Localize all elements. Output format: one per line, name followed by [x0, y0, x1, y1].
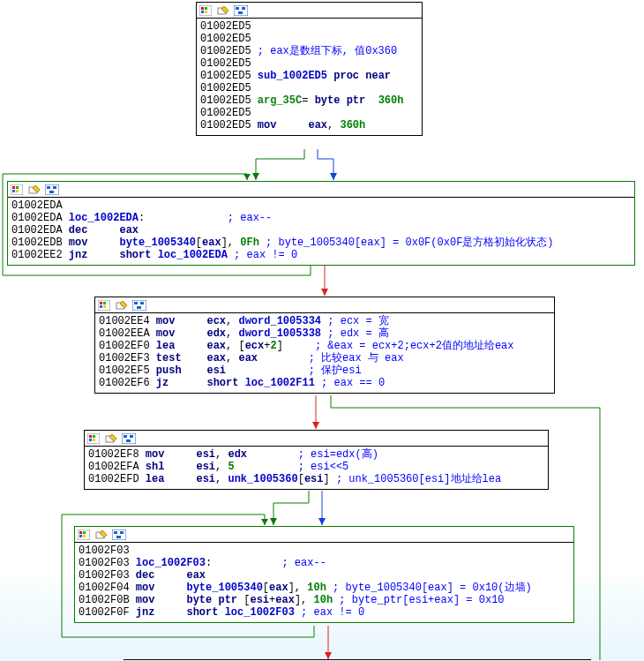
- edit-icon[interactable]: [115, 299, 129, 312]
- svg-rect-18: [53, 186, 56, 189]
- edit-icon[interactable]: [27, 184, 41, 196]
- svg-rect-7: [236, 7, 239, 10]
- edit-icon[interactable]: [104, 432, 118, 445]
- svg-rect-37: [124, 435, 127, 438]
- svg-marker-50: [252, 173, 259, 180]
- node-sub-1002ED5[interactable]: 01002ED501002ED501002ED5 ; eax是数组下标, 值0x…: [196, 2, 423, 136]
- svg-rect-1: [201, 7, 204, 10]
- node-01002EF8[interactable]: 01002EF8 mov esi, edx ; esi=edx(高)01002E…: [84, 430, 549, 490]
- svg-rect-38: [130, 435, 133, 438]
- svg-marker-52: [321, 289, 328, 296]
- node-content: 01002EDA01002EDA loc_1002EDA: ; eax--010…: [8, 198, 634, 265]
- svg-rect-42: [83, 531, 86, 534]
- node-loc-1002EDA[interactable]: 01002EDA01002EDA loc_1002EDA: ; eax--010…: [7, 181, 635, 266]
- group-icon[interactable]: [132, 299, 146, 312]
- svg-rect-16: [45, 184, 59, 195]
- edit-icon[interactable]: [94, 529, 109, 541]
- node-titlebar[interactable]: [8, 182, 634, 198]
- node-titlebar[interactable]: [197, 3, 422, 19]
- node-titlebar[interactable]: [75, 527, 573, 543]
- node-loc-1002F03[interactable]: 01002F0301002F03 loc_1002F03: ; eax--010…: [74, 526, 574, 623]
- svg-rect-29: [137, 306, 141, 309]
- svg-rect-8: [242, 7, 245, 10]
- svg-marker-54: [312, 422, 319, 429]
- node-titlebar[interactable]: [95, 297, 554, 313]
- svg-rect-6: [234, 5, 248, 16]
- svg-rect-4: [205, 11, 207, 13]
- svg-rect-43: [79, 535, 82, 537]
- svg-rect-41: [79, 531, 82, 534]
- svg-rect-11: [12, 186, 15, 189]
- node-titlebar[interactable]: [85, 431, 548, 447]
- svg-rect-48: [120, 531, 124, 534]
- palette-icon[interactable]: [198, 4, 213, 17]
- palette-icon[interactable]: [97, 299, 111, 312]
- svg-rect-22: [103, 302, 106, 304]
- group-icon[interactable]: [122, 432, 136, 445]
- svg-rect-13: [12, 190, 15, 192]
- svg-marker-53: [243, 174, 251, 180]
- svg-rect-49: [116, 536, 121, 538]
- node-content: 01002F0301002F03 loc_1002F03: ; eax--010…: [75, 543, 573, 622]
- svg-rect-44: [83, 535, 86, 537]
- svg-rect-3: [201, 11, 204, 13]
- svg-rect-33: [89, 439, 92, 441]
- svg-rect-39: [126, 439, 131, 442]
- group-icon[interactable]: [234, 4, 248, 17]
- svg-rect-9: [238, 11, 243, 14]
- svg-marker-55: [318, 518, 326, 525]
- svg-rect-19: [49, 191, 54, 193]
- group-icon[interactable]: [112, 529, 126, 541]
- palette-icon[interactable]: [77, 529, 91, 541]
- svg-rect-28: [140, 302, 144, 304]
- svg-rect-26: [132, 300, 146, 311]
- palette-icon[interactable]: [10, 184, 24, 196]
- svg-rect-46: [112, 530, 126, 540]
- node-01002EE4[interactable]: 01002EE4 mov ecx, dword_1005334 ; ecx = …: [94, 297, 555, 394]
- node-content: 01002EE4 mov ecx, dword_1005334 ; ecx = …: [95, 313, 554, 393]
- group-icon[interactable]: [45, 184, 59, 196]
- svg-rect-27: [134, 302, 138, 304]
- palette-icon[interactable]: [86, 432, 101, 445]
- node-content: 01002ED501002ED501002ED5 ; eax是数组下标, 值0x…: [197, 19, 422, 135]
- svg-rect-21: [100, 302, 102, 304]
- svg-marker-51: [330, 173, 337, 180]
- svg-rect-34: [93, 439, 95, 441]
- svg-marker-58: [261, 519, 268, 525]
- svg-rect-24: [103, 305, 106, 308]
- svg-rect-47: [114, 531, 117, 534]
- svg-rect-12: [16, 186, 19, 189]
- svg-rect-36: [122, 433, 136, 444]
- svg-rect-23: [100, 305, 102, 308]
- svg-rect-31: [89, 435, 92, 438]
- svg-rect-14: [16, 190, 19, 192]
- node-content: 01002EF8 mov esi, edx ; esi=edx(高)01002E…: [85, 447, 548, 489]
- edit-icon[interactable]: [216, 4, 230, 17]
- svg-marker-56: [270, 518, 277, 525]
- svg-rect-17: [47, 186, 50, 189]
- svg-rect-2: [205, 7, 207, 10]
- svg-rect-32: [93, 435, 95, 438]
